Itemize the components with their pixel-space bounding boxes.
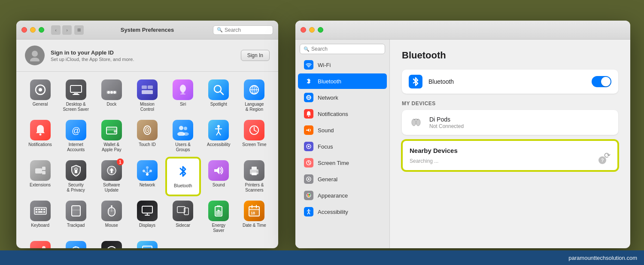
icon-notif[interactable]: Notifications xyxy=(23,117,57,155)
sound-label: Sound xyxy=(213,183,225,188)
svg-rect-62 xyxy=(36,209,37,210)
icon-sharing[interactable]: Sharing xyxy=(23,238,57,248)
bt-maximize-button[interactable] xyxy=(318,27,323,33)
sidebar-item-general[interactable]: General xyxy=(298,171,387,187)
close-button[interactable] xyxy=(21,27,27,33)
sidebar-item-notifications[interactable]: Notifications xyxy=(298,106,387,122)
sidebar-item-appearance[interactable]: Appearance xyxy=(298,188,387,203)
icon-network2[interactable]: Network xyxy=(130,158,164,195)
bluetooth-toggle[interactable] xyxy=(592,76,611,87)
icon-timemachine[interactable]: TimeMachine xyxy=(59,238,93,248)
icon-datetime[interactable]: 18 Date & Time xyxy=(237,198,271,236)
appearance-sidebar-icon xyxy=(304,191,313,200)
nearby-devices-title: Nearby Devices xyxy=(410,147,458,154)
language-icon-img xyxy=(244,79,264,100)
signin-button[interactable]: Sign In xyxy=(241,50,270,61)
icon-bluetooth[interactable]: Bluetooth xyxy=(166,158,200,195)
icon-mission[interactable]: MissionControl xyxy=(130,77,164,115)
bt-close-button[interactable] xyxy=(301,27,306,33)
icon-trackpad[interactable]: Trackpad xyxy=(59,198,93,236)
signin-title: Sign in to your Apple ID xyxy=(51,49,241,56)
icon-screentime[interactable]: Screen Time xyxy=(237,117,271,155)
maximize-button[interactable] xyxy=(39,27,44,33)
svg-point-32 xyxy=(184,127,187,130)
svg-point-27 xyxy=(114,130,116,133)
siri-label: Siri xyxy=(180,102,186,107)
back-button[interactable]: ‹ xyxy=(51,25,61,35)
svg-point-119 xyxy=(308,195,310,197)
svg-point-34 xyxy=(183,132,189,136)
ext-icon-img xyxy=(30,160,51,181)
sidebar-item-wifi[interactable]: Wi-Fi xyxy=(298,57,387,73)
sidebar-item-bluetooth[interactable]: Bluetooth xyxy=(298,73,387,89)
network2-label: Network xyxy=(140,183,155,188)
icon-printers[interactable]: Printers &Scanners xyxy=(237,158,271,195)
icon-internet[interactable]: @ InternetAccounts xyxy=(59,117,93,155)
bluetooth-label: Bluetooth xyxy=(174,183,192,189)
icon-startup[interactable]: StartupDisk xyxy=(94,238,128,248)
bt-search-icon: 🔍 xyxy=(304,46,310,52)
svg-line-113 xyxy=(309,163,310,164)
icon-spotlight[interactable]: Spotlight xyxy=(202,77,236,115)
svg-rect-58 xyxy=(252,167,257,170)
icon-language[interactable]: Language& Region xyxy=(237,77,271,115)
bluetooth-icon-img xyxy=(173,161,193,182)
icon-keyboard[interactable]: Keyboard xyxy=(23,198,57,236)
sidebar-wifi-label: Wi-Fi xyxy=(318,62,331,68)
icon-desktop[interactable]: Desktop &Screen Saver xyxy=(59,77,93,115)
forward-button[interactable]: › xyxy=(62,25,72,35)
bt-toggle-row: Bluetooth xyxy=(402,70,618,94)
icon-general[interactable]: General xyxy=(23,77,57,115)
spotlight-icon-img xyxy=(208,79,229,100)
search-bar[interactable]: 🔍 xyxy=(213,25,273,35)
icon-dock[interactable]: Dock xyxy=(94,77,128,115)
sidebar-item-accessibility[interactable]: Accessibility xyxy=(298,204,387,219)
icon-access[interactable]: Accessibility xyxy=(202,117,236,155)
icon-sidecar[interactable]: Sidecar xyxy=(166,198,200,236)
sidebar-appearance-label: Appearance xyxy=(318,192,348,199)
bt-search-input[interactable] xyxy=(311,46,381,52)
minimize-button[interactable] xyxy=(30,27,36,33)
sidebar-item-network[interactable]: Network xyxy=(298,90,387,105)
bt-toggle-icon xyxy=(409,75,422,88)
icon-mouse[interactable]: Mouse xyxy=(94,198,128,236)
sidebar-bluetooth-label: Bluetooth xyxy=(318,78,341,85)
sidebar-sound-label: Sound xyxy=(318,127,334,134)
icon-siri[interactable]: Siri xyxy=(166,77,200,115)
svg-point-8 xyxy=(107,91,110,94)
icon-users[interactable]: Users &Groups xyxy=(166,117,200,155)
icon-softupdate[interactable]: 1 SoftwareUpdate xyxy=(94,158,128,195)
icon-security[interactable]: Security& Privacy xyxy=(59,158,93,195)
bt-search-container[interactable]: 🔍 xyxy=(300,44,385,54)
watermark-text: paramounttechsolution.com xyxy=(568,255,637,261)
sidebar-item-focus[interactable]: Focus xyxy=(298,139,387,154)
internet-label: InternetAccounts xyxy=(67,142,85,152)
svg-point-60 xyxy=(257,171,258,173)
svg-point-120 xyxy=(308,209,310,210)
grid-view-button[interactable]: ⊞ xyxy=(74,25,84,35)
trackpad-label: Trackpad xyxy=(67,223,85,228)
bt-minimize-button[interactable] xyxy=(309,27,315,33)
sidebar-item-screentime[interactable]: Screen Time xyxy=(298,155,387,171)
svg-rect-66 xyxy=(36,211,37,213)
keyboard-label: Keyboard xyxy=(31,223,49,228)
icon-touch[interactable]: Touch ID xyxy=(130,117,164,155)
icon-energy[interactable]: EnergySaver xyxy=(202,198,236,236)
svg-rect-64 xyxy=(41,209,43,210)
sidebar-item-sound[interactable]: Sound xyxy=(298,122,387,138)
help-button[interactable]: ? xyxy=(598,156,606,164)
mission-label: MissionControl xyxy=(140,102,155,112)
bt-main-panel: Bluetooth Bluetooth My Devices xyxy=(390,40,630,248)
focus-sidebar-icon xyxy=(304,142,313,151)
bt-traffic-lights xyxy=(301,27,323,33)
icon-sound[interactable]: Sound xyxy=(202,158,236,195)
icon-displays[interactable]: Displays xyxy=(130,198,164,236)
icon-ext[interactable]: Extensions xyxy=(23,158,57,195)
search-input[interactable] xyxy=(225,27,269,33)
icon-wallet[interactable]: Wallet &Apple Pay xyxy=(94,117,128,155)
svg-line-38 xyxy=(216,132,219,135)
svg-rect-13 xyxy=(142,90,153,94)
spotlight-label: Spotlight xyxy=(210,102,227,107)
svg-point-14 xyxy=(180,85,186,92)
icon-profiles[interactable]: Profiles xyxy=(130,238,164,248)
